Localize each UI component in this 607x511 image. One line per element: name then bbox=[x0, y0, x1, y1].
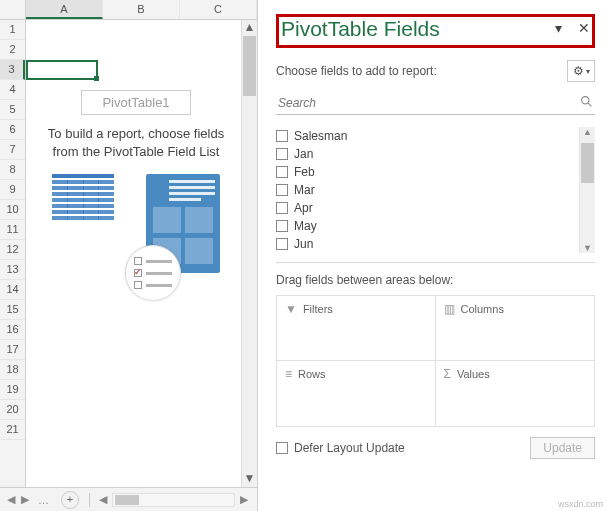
chevron-down-icon: ▾ bbox=[586, 67, 590, 76]
sigma-icon: Σ bbox=[444, 367, 451, 381]
checkbox-icon[interactable] bbox=[276, 238, 288, 250]
row-header[interactable]: 19 bbox=[0, 380, 25, 400]
field-label: Jun bbox=[294, 237, 313, 251]
field-label: Apr bbox=[294, 201, 313, 215]
field-item-salesman[interactable]: Salesman bbox=[276, 127, 577, 145]
horizontal-scrollbar[interactable]: ◀ ▶ bbox=[94, 493, 253, 507]
scroll-thumb[interactable] bbox=[581, 143, 594, 183]
row-header[interactable]: 11 bbox=[0, 220, 25, 240]
row-header[interactable]: 5 bbox=[0, 100, 25, 120]
pivottable-fields-pane: PivotTable Fields ▾ ✕ Choose fields to a… bbox=[258, 0, 607, 511]
field-label: Salesman bbox=[294, 129, 347, 143]
gear-icon: ⚙ bbox=[573, 64, 584, 78]
row-header[interactable]: 6 bbox=[0, 120, 25, 140]
scroll-thumb[interactable] bbox=[243, 36, 256, 96]
tab-separator bbox=[89, 493, 90, 507]
pivottable-name-box: PivotTable1 bbox=[81, 90, 190, 115]
tab-overflow-icon[interactable]: … bbox=[32, 494, 55, 506]
fields-search-input[interactable] bbox=[278, 93, 580, 113]
area-label: Filters bbox=[303, 303, 333, 315]
pivottable-placeholder[interactable]: PivotTable1 To build a report, choose fi… bbox=[36, 90, 236, 273]
row-header[interactable]: 1 bbox=[0, 20, 25, 40]
filters-drop-area[interactable]: ▼Filters bbox=[277, 296, 436, 361]
tab-nav-first-icon[interactable]: ◀ bbox=[4, 493, 18, 506]
row-header[interactable]: 9 bbox=[0, 180, 25, 200]
hscroll-left-icon[interactable]: ◀ bbox=[96, 493, 110, 506]
field-label: Jan bbox=[294, 147, 313, 161]
row-header[interactable]: 21 bbox=[0, 420, 25, 440]
column-header-A[interactable]: A bbox=[26, 0, 103, 19]
checkbox-icon[interactable] bbox=[276, 442, 288, 454]
select-all-corner[interactable] bbox=[0, 0, 26, 19]
row-header[interactable]: 8 bbox=[0, 160, 25, 180]
fields-pane-title: PivotTable Fields bbox=[281, 17, 440, 41]
scroll-down-icon[interactable]: ▼ bbox=[242, 471, 257, 487]
rows-drop-area[interactable]: ≡Rows bbox=[277, 361, 436, 426]
field-item-apr[interactable]: Apr bbox=[276, 199, 577, 217]
row-header[interactable]: 17 bbox=[0, 340, 25, 360]
column-header-C[interactable]: C bbox=[180, 0, 257, 19]
sheet-tab-bar: ◀ ▶ … + ◀ ▶ bbox=[0, 487, 257, 511]
grid-vertical-scrollbar[interactable]: ▲ ▼ bbox=[241, 20, 257, 487]
hscroll-thumb[interactable] bbox=[115, 495, 139, 505]
field-label: Feb bbox=[294, 165, 315, 179]
svg-point-0 bbox=[582, 97, 589, 104]
checkbox-icon[interactable] bbox=[276, 202, 288, 214]
columns-drop-area[interactable]: ▥Columns bbox=[436, 296, 595, 361]
search-icon[interactable] bbox=[580, 95, 593, 111]
values-drop-area[interactable]: ΣValues bbox=[436, 361, 595, 426]
row-headers: 1 2 3 4 5 6 7 8 9 10 11 12 13 14 15 16 1… bbox=[0, 20, 26, 487]
grid-body[interactable]: 1 2 3 4 5 6 7 8 9 10 11 12 13 14 15 16 1… bbox=[0, 20, 257, 487]
field-item-mar[interactable]: Mar bbox=[276, 181, 577, 199]
row-header[interactable]: 2 bbox=[0, 40, 25, 60]
row-header[interactable]: 20 bbox=[0, 400, 25, 420]
defer-update-checkbox[interactable]: Defer Layout Update bbox=[276, 441, 405, 455]
row-header[interactable]: 14 bbox=[0, 280, 25, 300]
fields-list-scrollbar[interactable]: ▲ ▼ bbox=[579, 127, 595, 253]
scroll-up-icon[interactable]: ▲ bbox=[583, 127, 592, 137]
tab-nav-next-icon[interactable]: ▶ bbox=[18, 493, 32, 506]
checkbox-icon[interactable] bbox=[276, 166, 288, 178]
column-headers: A B C bbox=[0, 0, 257, 20]
row-header[interactable]: 13 bbox=[0, 260, 25, 280]
checkbox-icon[interactable] bbox=[276, 130, 288, 142]
svg-line-1 bbox=[588, 103, 591, 106]
row-header[interactable]: 18 bbox=[0, 360, 25, 380]
row-header[interactable]: 16 bbox=[0, 320, 25, 340]
row-header[interactable]: 12 bbox=[0, 240, 25, 260]
rows-icon: ≡ bbox=[285, 367, 292, 381]
hscroll-right-icon[interactable]: ▶ bbox=[237, 493, 251, 506]
illustration-data-table bbox=[52, 174, 114, 222]
field-item-may[interactable]: May bbox=[276, 217, 577, 235]
pane-close-icon[interactable]: ✕ bbox=[578, 21, 590, 35]
row-header[interactable]: 15 bbox=[0, 300, 25, 320]
scroll-up-icon[interactable]: ▲ bbox=[242, 20, 257, 36]
field-item-jun[interactable]: Jun bbox=[276, 235, 577, 253]
new-sheet-button[interactable]: + bbox=[61, 491, 79, 509]
row-header[interactable]: 7 bbox=[0, 140, 25, 160]
column-header-B[interactable]: B bbox=[103, 0, 180, 19]
cells-area[interactable]: PivotTable1 To build a report, choose fi… bbox=[26, 20, 257, 487]
areas-instruction: Drag fields between areas below: bbox=[276, 273, 595, 287]
checkbox-icon[interactable] bbox=[276, 184, 288, 196]
scroll-down-icon[interactable]: ▼ bbox=[583, 243, 592, 253]
fields-pane-header: PivotTable Fields ▾ ✕ bbox=[276, 14, 595, 48]
field-item-feb[interactable]: Feb bbox=[276, 163, 577, 181]
pane-dropdown-icon[interactable]: ▾ bbox=[555, 21, 562, 35]
worksheet-pane: A B C 1 2 3 4 5 6 7 8 9 10 11 12 13 14 1… bbox=[0, 0, 258, 511]
fields-search-box[interactable] bbox=[276, 92, 595, 115]
area-label: Rows bbox=[298, 368, 326, 380]
row-header[interactable]: 4 bbox=[0, 80, 25, 100]
update-button[interactable]: Update bbox=[530, 437, 595, 459]
area-label: Columns bbox=[461, 303, 504, 315]
hscroll-track[interactable] bbox=[112, 493, 235, 507]
row-header[interactable]: 10 bbox=[0, 200, 25, 220]
field-label: Mar bbox=[294, 183, 315, 197]
drop-areas: ▼Filters ▥Columns ≡Rows ΣValues bbox=[276, 295, 595, 427]
field-item-jan[interactable]: Jan bbox=[276, 145, 577, 163]
pane-divider[interactable] bbox=[276, 253, 595, 263]
checkbox-icon[interactable] bbox=[276, 220, 288, 232]
checkbox-icon[interactable] bbox=[276, 148, 288, 160]
fields-layout-button[interactable]: ⚙▾ bbox=[567, 60, 595, 82]
row-header[interactable]: 3 bbox=[0, 60, 25, 80]
